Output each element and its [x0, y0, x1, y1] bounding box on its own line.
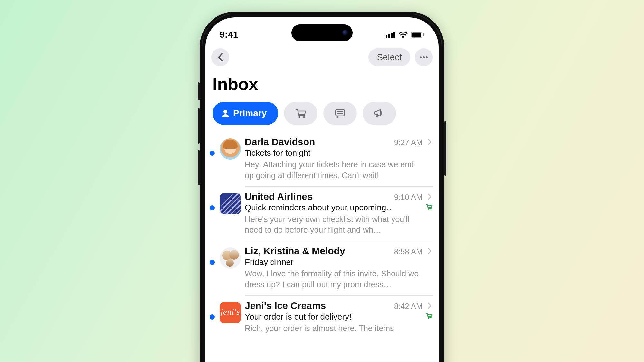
tab-primary-label: Primary: [233, 108, 267, 118]
phone-power-button: [444, 121, 446, 176]
email-subject: Your order is out for delivery!: [245, 312, 422, 322]
email-sender: Liz, Kristina & Melody: [245, 246, 391, 256]
tab-social[interactable]: [323, 102, 357, 125]
svg-point-11: [223, 110, 227, 114]
svg-point-19: [428, 318, 429, 319]
megaphone-icon: [373, 108, 385, 118]
dynamic-island: [291, 24, 353, 41]
email-subject: Quick reminders about your upcoming…: [245, 203, 422, 213]
svg-rect-1: [388, 34, 390, 38]
svg-point-9: [423, 56, 425, 58]
email-sender: Jeni's Ice Creams: [245, 300, 391, 311]
svg-point-13: [303, 116, 305, 118]
chevron-right-icon: [426, 139, 433, 146]
email-subject: Friday dinner: [245, 257, 433, 267]
svg-rect-14: [336, 109, 345, 116]
tab-primary[interactable]: Primary: [213, 102, 278, 125]
avatar: [220, 138, 241, 160]
email-row[interactable]: Liz, Kristina & Melody 8:58 AM Friday di…: [205, 241, 439, 296]
cellular-icon: [386, 32, 395, 38]
cart-icon: [295, 108, 307, 118]
unread-indicator: [209, 191, 216, 210]
email-sender: United Airlines: [245, 191, 391, 202]
unread-indicator: [209, 136, 216, 156]
tab-promotions[interactable]: [363, 102, 396, 125]
unread-indicator: [209, 246, 216, 265]
phone-volume-up: [198, 108, 200, 144]
chevron-left-icon: [217, 53, 223, 62]
phone-screen: 9:41 Select: [205, 17, 439, 362]
svg-point-17: [428, 209, 429, 210]
email-list: Darla Davidson 9:27 AM Tickets for tonig…: [205, 132, 439, 339]
status-time: 9:41: [220, 30, 238, 40]
email-subject: Tickets for tonight: [245, 148, 433, 158]
email-preview: Rich, your order is almost here. The ite…: [245, 322, 433, 334]
email-time: 8:58 AM: [394, 247, 422, 256]
svg-point-10: [426, 56, 428, 58]
tab-shopping[interactable]: [284, 102, 317, 125]
avatar: [220, 247, 241, 269]
avatar: jeni's: [220, 302, 241, 323]
avatar: [220, 193, 241, 214]
status-icons: [386, 32, 424, 38]
email-time: 8:42 AM: [394, 302, 422, 311]
email-row[interactable]: jeni's Jeni's Ice Creams 8:42 AM Your or…: [205, 296, 439, 339]
ellipsis-icon: [420, 56, 428, 59]
select-button[interactable]: Select: [368, 48, 410, 66]
phone-silent-switch: [198, 82, 200, 100]
email-row[interactable]: Darla Davidson 9:27 AM Tickets for tonig…: [205, 132, 439, 187]
svg-point-12: [299, 116, 300, 118]
chat-icon: [334, 108, 346, 118]
svg-rect-0: [386, 35, 387, 38]
category-tabs: Primary: [205, 102, 439, 132]
email-preview: Here's your very own checklist with what…: [245, 213, 433, 236]
email-preview: Hey! Attaching your tickets here in case…: [245, 158, 433, 181]
wifi-icon: [399, 32, 408, 38]
email-sender: Darla Davidson: [245, 136, 391, 147]
email-time: 9:27 AM: [394, 138, 422, 147]
front-camera: [342, 30, 348, 36]
chevron-right-icon: [426, 302, 433, 310]
email-row[interactable]: United Airlines 9:10 AM Quick reminders …: [205, 187, 439, 241]
more-button[interactable]: [415, 48, 433, 66]
person-icon: [222, 109, 229, 117]
svg-point-8: [420, 56, 422, 58]
cart-tag-icon: [426, 204, 433, 211]
unread-indicator: [209, 300, 216, 320]
back-button[interactable]: [211, 48, 229, 66]
chevron-right-icon: [426, 248, 433, 255]
chevron-right-icon: [426, 193, 433, 201]
svg-rect-7: [423, 33, 424, 36]
phone-volume-down: [198, 150, 200, 185]
phone-frame: 9:41 Select: [200, 12, 444, 362]
svg-point-4: [402, 36, 404, 38]
svg-rect-6: [412, 33, 421, 37]
svg-point-18: [431, 209, 431, 210]
cart-tag-icon: [426, 313, 433, 320]
svg-rect-3: [393, 32, 395, 38]
nav-bar: Select: [205, 46, 439, 71]
page-title: Inbox: [205, 71, 439, 102]
select-button-label: Select: [377, 52, 402, 62]
email-time: 9:10 AM: [394, 193, 422, 202]
email-preview: Wow, I love the formality of this invite…: [245, 267, 433, 290]
svg-point-20: [431, 318, 431, 319]
battery-icon: [411, 32, 424, 38]
svg-rect-2: [391, 33, 393, 38]
